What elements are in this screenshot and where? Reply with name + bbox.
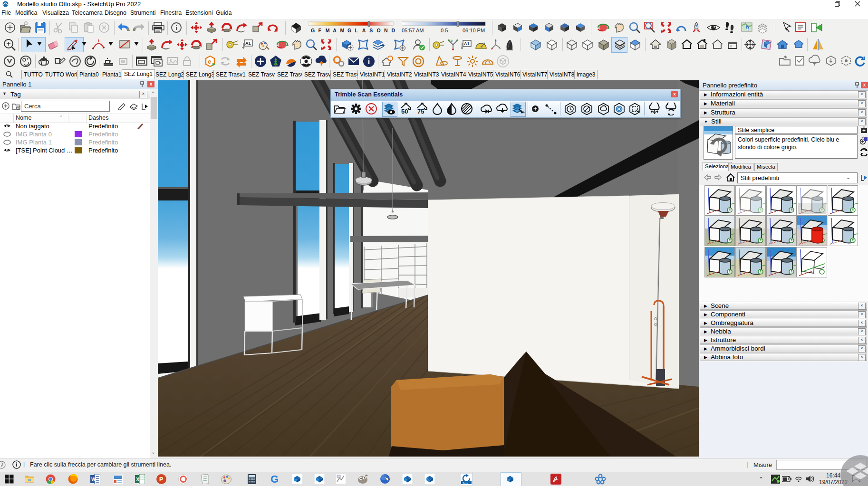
svg-text:W: W: [91, 476, 96, 482]
svg-text:G: G: [270, 474, 279, 485]
svg-text:P: P: [159, 476, 163, 483]
svg-text:M: M: [340, 28, 345, 33]
svg-text:L: L: [355, 28, 358, 33]
svg-text:e: e: [208, 58, 211, 65]
svg-text:50: 50: [401, 108, 408, 115]
svg-text:N: N: [384, 28, 388, 33]
svg-text:O: O: [377, 28, 381, 33]
svg-text:X: X: [136, 476, 140, 482]
svg-text:G: G: [311, 28, 315, 33]
svg-text:75: 75: [417, 108, 424, 115]
svg-text:G: G: [347, 28, 351, 33]
svg-text:D: D: [391, 28, 395, 33]
svg-text:06:10 PM: 06:10 PM: [463, 28, 485, 33]
svg-text:b: b: [451, 39, 453, 42]
svg-text:0.5: 0.5: [441, 28, 448, 33]
svg-text:A: A: [333, 28, 337, 33]
svg-text:A1: A1: [464, 41, 470, 46]
svg-text:A: A: [362, 28, 366, 33]
svg-text:05:57 AM: 05:57 AM: [402, 28, 424, 33]
svg-text:F: F: [318, 28, 321, 33]
svg-text:A1: A1: [245, 41, 251, 46]
svg-text:M: M: [326, 28, 330, 33]
svg-text:Sync: Sync: [463, 482, 468, 485]
svg-text:S: S: [369, 28, 373, 33]
